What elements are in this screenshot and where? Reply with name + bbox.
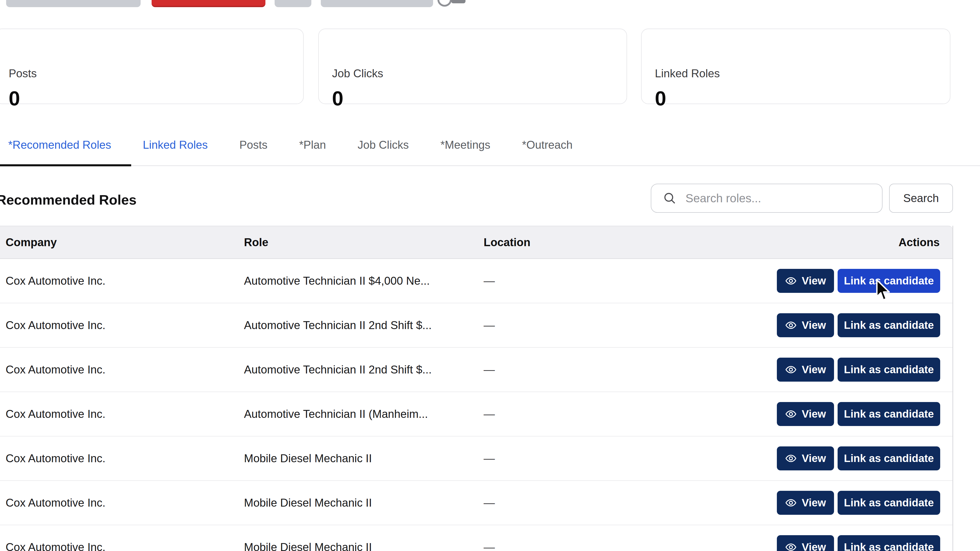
- search-box[interactable]: [651, 184, 883, 213]
- page: Posts 0 Job Clicks 0 Linked Roles 0 *Rec…: [0, 0, 980, 551]
- header-actions: Actions: [899, 236, 940, 249]
- company-cell: Cox Automotive Inc.: [6, 363, 105, 376]
- top-partial-red-button[interactable]: [151, 0, 266, 7]
- row-actions: View Link as candidate: [777, 402, 940, 426]
- stat-card-posts: Posts 0: [0, 29, 304, 104]
- company-cell: Cox Automotive Inc.: [6, 408, 105, 421]
- company-cell: Cox Automotive Inc.: [6, 541, 105, 551]
- view-button[interactable]: View: [777, 313, 834, 337]
- role-cell: Mobile Diesel Mechanic II: [244, 541, 372, 551]
- pointer-hand-icon: [438, 0, 452, 6]
- stat-card-linked-roles: Linked Roles 0: [641, 29, 950, 104]
- eye-icon: [785, 319, 797, 331]
- table-row: Cox Automotive Inc. Automotive Technicia…: [0, 392, 953, 437]
- role-cell: Automotive Technician II 2nd Shift $...: [244, 319, 431, 332]
- stat-card-job-clicks: Job Clicks 0: [318, 29, 627, 104]
- eye-icon: [785, 453, 797, 464]
- location-cell: —: [484, 452, 495, 465]
- top-partial-button-2[interactable]: [321, 0, 433, 7]
- view-button[interactable]: View: [777, 269, 834, 293]
- stat-label: Posts: [9, 67, 303, 80]
- link-button-label: Link as candidate: [844, 408, 934, 420]
- search-icon: [662, 191, 677, 205]
- eye-icon: [785, 275, 797, 287]
- view-button[interactable]: View: [777, 446, 834, 470]
- table-row: Cox Automotive Inc. Mobile Diesel Mechan…: [0, 437, 953, 481]
- eye-icon: [785, 408, 797, 420]
- view-button-label: View: [802, 541, 826, 551]
- location-cell: —: [484, 363, 495, 376]
- view-button[interactable]: View: [777, 491, 834, 515]
- row-actions: View Link as candidate: [777, 313, 940, 337]
- search-button[interactable]: Search: [889, 184, 953, 213]
- view-button-label: View: [802, 452, 826, 465]
- table-row: Cox Automotive Inc. Automotive Technicia…: [0, 259, 953, 303]
- top-partial-button-1[interactable]: [6, 0, 141, 7]
- view-button-label: View: [802, 408, 826, 420]
- search-roles-input[interactable]: [685, 191, 865, 205]
- view-button-label: View: [802, 497, 826, 509]
- role-cell: Automotive Technician II $4,000 Ne...: [244, 275, 430, 287]
- link-button-label: Link as candidate: [844, 541, 934, 551]
- link-button-label: Link as candidate: [844, 319, 934, 331]
- row-actions: View Link as candidate: [777, 358, 940, 382]
- tab-divider: [0, 165, 980, 166]
- company-cell: Cox Automotive Inc.: [6, 452, 105, 465]
- tab-recommended-roles[interactable]: *Recomended Roles: [8, 138, 111, 152]
- link-button-label: Link as candidate: [844, 497, 934, 509]
- table-right-border: [953, 226, 953, 551]
- table-header: Company Role Location Actions: [0, 226, 953, 259]
- mouse-cursor: [875, 279, 891, 302]
- view-button-label: View: [802, 275, 826, 287]
- link-as-candidate-button[interactable]: Link as candidate: [838, 402, 940, 426]
- top-partial-chip[interactable]: [275, 0, 311, 7]
- row-actions: View Link as candidate: [777, 535, 940, 551]
- link-as-candidate-button[interactable]: Link as candidate: [838, 535, 940, 551]
- tab-linked-roles[interactable]: Linked Roles: [143, 138, 208, 152]
- row-actions: View Link as candidate: [777, 446, 940, 470]
- header-company: Company: [6, 236, 57, 249]
- tab-outreach[interactable]: *Outreach: [522, 138, 573, 152]
- view-button[interactable]: View: [777, 535, 834, 551]
- eye-icon: [785, 497, 797, 509]
- company-cell: Cox Automotive Inc.: [6, 319, 105, 332]
- role-cell: Mobile Diesel Mechanic II: [244, 452, 372, 465]
- active-tab-underline: [0, 164, 131, 166]
- tab-plan[interactable]: *Plan: [299, 138, 326, 152]
- header-location: Location: [484, 236, 530, 249]
- table-row: Cox Automotive Inc. Automotive Technicia…: [0, 303, 953, 348]
- view-button-label: View: [802, 319, 826, 331]
- tab-job-clicks[interactable]: Job Clicks: [358, 138, 409, 152]
- stat-value: 0: [9, 87, 303, 110]
- recommended-roles-table: Company Role Location Actions Cox Automo…: [0, 226, 953, 551]
- view-button[interactable]: View: [777, 402, 834, 426]
- link-as-candidate-button[interactable]: Link as candidate: [838, 491, 940, 515]
- company-cell: Cox Automotive Inc.: [6, 275, 105, 287]
- table-row: Cox Automotive Inc. Mobile Diesel Mechan…: [0, 525, 953, 551]
- table-row: Cox Automotive Inc. Automotive Technicia…: [0, 348, 953, 392]
- location-cell: —: [484, 496, 495, 509]
- stat-label: Linked Roles: [655, 67, 950, 80]
- view-button[interactable]: View: [777, 358, 834, 382]
- stat-value: 0: [655, 87, 950, 110]
- link-as-candidate-button[interactable]: Link as candidate: [838, 358, 940, 382]
- role-cell: Automotive Technician II (Manheim...: [244, 408, 428, 421]
- tab-posts[interactable]: Posts: [239, 138, 267, 152]
- table-row: Cox Automotive Inc. Mobile Diesel Mechan…: [0, 481, 953, 525]
- stat-label: Job Clicks: [332, 67, 627, 80]
- role-cell: Mobile Diesel Mechanic II: [244, 496, 372, 509]
- role-cell: Automotive Technician II 2nd Shift $...: [244, 363, 431, 376]
- tab-meetings[interactable]: *Meetings: [441, 138, 490, 152]
- tab-bar: *Recomended Roles Linked Roles Posts *Pl…: [8, 138, 573, 152]
- location-cell: —: [484, 541, 495, 551]
- pointer-hand-icon-part: [451, 0, 466, 3]
- header-role: Role: [244, 236, 268, 249]
- view-button-label: View: [802, 364, 826, 376]
- company-cell: Cox Automotive Inc.: [6, 496, 105, 509]
- eye-icon: [785, 364, 797, 375]
- link-as-candidate-button[interactable]: Link as candidate: [838, 446, 940, 470]
- link-as-candidate-button[interactable]: Link as candidate: [838, 313, 940, 337]
- row-actions: View Link as candidate: [777, 491, 940, 515]
- location-cell: —: [484, 408, 495, 421]
- stat-value: 0: [332, 87, 627, 110]
